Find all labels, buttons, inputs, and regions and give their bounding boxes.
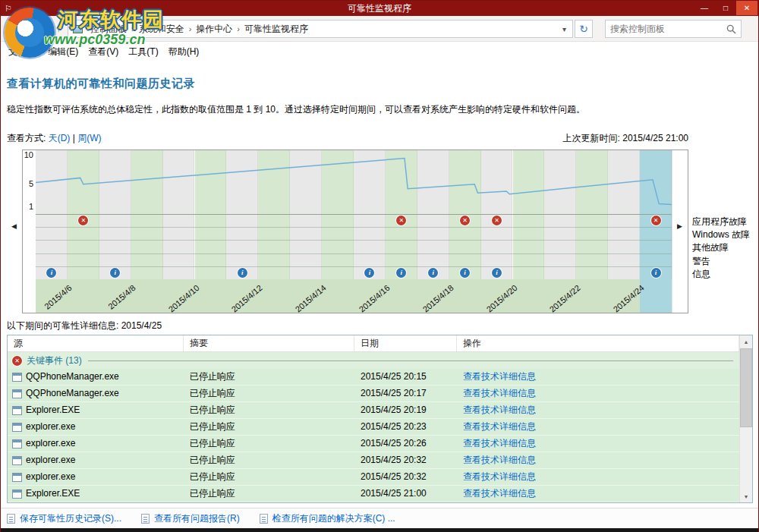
bottom-strip	[1, 528, 758, 532]
chevron-down-icon[interactable]: ▾	[559, 25, 569, 33]
table-row[interactable]: explorer.exe已停止响应2015/4/25 20:23查看技术详细信息	[8, 419, 739, 436]
source-name: QQPhoneManager.exe	[26, 369, 119, 385]
menu-item-file[interactable]: 文件(F)	[7, 44, 39, 60]
menu-item-edit[interactable]: 编辑(E)	[46, 44, 80, 60]
view-mode-label: 查看方式:	[7, 133, 46, 143]
table-row[interactable]: explorer.exe已停止响应2015/4/25 20:32查看技术详细信息	[8, 452, 739, 469]
titlebar: ⚐ 可靠性监视程序 — □ ✕	[1, 1, 758, 16]
details-table: 源摘要日期操作 ✕关键事件 (13)QQPhoneManager.exe已停止响…	[7, 335, 753, 503]
date-cell: 2015/4/25 20:17	[354, 386, 457, 401]
date-tick-label: 2015/4/6	[43, 283, 74, 311]
chart-row-divider	[36, 266, 672, 267]
source-cell: explorer.exe	[8, 419, 184, 435]
column-header-2[interactable]: 日期	[354, 335, 457, 351]
view-technical-details-link[interactable]: 查看技术详细信息	[463, 388, 536, 398]
summary-cell: 已停止响应	[184, 402, 354, 418]
chart-right-gutter	[672, 150, 688, 313]
footer-link-save-history[interactable]: 保存可靠性历史记录(S)...	[7, 512, 121, 525]
vertical-scrollbar[interactable]: ▲ ▼	[739, 335, 752, 502]
chart-row-divider	[36, 227, 672, 228]
error-event-icon[interactable]: ✕	[460, 216, 470, 225]
table-row[interactable]: Explorer.EXE已停止响应2015/4/25 20:19查看技术详细信息	[8, 402, 739, 419]
source-name: explorer.exe	[26, 469, 75, 485]
footer-link-label: 保存可靠性历史记录(S)...	[20, 512, 121, 525]
close-button[interactable]: ✕	[736, 1, 757, 15]
view-technical-details-link[interactable]: 查看技术详细信息	[463, 488, 536, 499]
view-technical-details-link[interactable]: 查看技术详细信息	[463, 471, 536, 482]
source-cell: QQPhoneManager.exe	[8, 369, 184, 385]
column-header-3[interactable]: 操作	[457, 335, 739, 351]
back-button[interactable]: ←	[5, 19, 25, 39]
view-technical-details-link[interactable]: 查看技术详细信息	[463, 405, 536, 415]
chart-scroll-left-button[interactable]: ◀	[11, 222, 17, 230]
menu-item-help[interactable]: 帮助(H)	[167, 44, 201, 60]
column-header-1[interactable]: 摘要	[184, 335, 354, 351]
chart-row-divider	[36, 253, 672, 254]
up-button[interactable]: ↑	[51, 20, 66, 37]
action-cell: 查看技术详细信息	[457, 452, 739, 468]
view-technical-details-link[interactable]: 查看技术详细信息	[463, 421, 536, 432]
table-row[interactable]: QQPhoneManager.exe已停止响应2015/4/25 20:17查看…	[8, 386, 739, 402]
date-tick-label: 2015/4/8	[106, 283, 137, 311]
date-cell: 2015/4/25 20:15	[354, 369, 457, 385]
application-icon	[12, 373, 22, 382]
breadcrumb-item-control-panel[interactable]: 控制面板	[86, 23, 131, 36]
summary-cell: 已停止响应	[184, 419, 354, 435]
info-event-icon[interactable]: i	[460, 268, 470, 278]
document-icon	[141, 514, 150, 524]
breadcrumb: 控制面板›系统和安全›操作中心›可靠性监视程序 ▾	[68, 20, 573, 38]
info-event-icon[interactable]: i	[492, 268, 502, 278]
breadcrumb-item-system-security[interactable]: 系统和安全	[134, 23, 189, 36]
forward-button[interactable]: →	[28, 19, 48, 39]
footer-link-view-problem-reports[interactable]: 查看所有问题报告(R)	[141, 512, 240, 525]
legend-information: 信息	[692, 268, 710, 281]
source-name: explorer.exe	[26, 436, 75, 452]
view-mode-row: 查看方式: 天(D) | 周(W) 上次更新时间: 2015/4/25 21:0…	[7, 132, 688, 145]
legend-misc-failures: 其他故障	[692, 241, 729, 254]
scroll-up-icon[interactable]: ▲	[740, 335, 752, 348]
table-row[interactable]: explorer.exe已停止响应2015/4/25 20:32查看技术详细信息	[8, 469, 739, 486]
table-row[interactable]: explorer.exe已停止响应2015/4/25 20:26查看技术详细信息	[8, 436, 739, 452]
source-cell: QQPhoneManager.exe	[8, 386, 184, 401]
refresh-button[interactable]: ↻	[575, 20, 593, 38]
chart-row-divider	[36, 214, 672, 215]
error-event-icon[interactable]: ✕	[651, 216, 661, 225]
view-by-week-link[interactable]: 周(W)	[77, 133, 101, 143]
view-by-day-link[interactable]: 天(D)	[49, 133, 71, 143]
breadcrumb-items: 控制面板›系统和安全›操作中心›可靠性监视程序	[86, 23, 313, 36]
search-input[interactable]	[606, 24, 726, 34]
view-technical-details-link[interactable]: 查看技术详细信息	[463, 438, 536, 449]
search-icon[interactable]	[726, 24, 736, 34]
info-event-icon[interactable]: i	[238, 268, 247, 278]
y-axis: 1051	[23, 150, 36, 313]
event-group-row[interactable]: ✕关键事件 (13)	[8, 352, 739, 369]
menu-item-tools[interactable]: 工具(T)	[127, 44, 159, 60]
view-mode-separator: |	[73, 133, 75, 143]
menu-item-view[interactable]: 查看(V)	[87, 44, 120, 60]
legend-windows-failures: Windows 故障	[692, 228, 750, 241]
table-row[interactable]: Explorer.EXE已停止响应2015/4/25 21:00查看技术详细信息	[8, 486, 739, 502]
breadcrumb-item-action-center[interactable]: 操作中心	[191, 23, 237, 36]
error-event-icon[interactable]: ✕	[492, 216, 502, 225]
date-tick-label: 2015/4/20	[484, 283, 518, 314]
chart-scroll-right-button[interactable]: ▶	[677, 222, 682, 230]
column-header-0[interactable]: 源	[8, 335, 184, 351]
up-icon: ↑	[56, 24, 61, 34]
info-event-icon[interactable]: i	[651, 268, 661, 278]
table-row[interactable]: QQPhoneManager.exe已停止响应2015/4/25 20:15查看…	[8, 369, 739, 386]
scroll-down-icon[interactable]: ▼	[740, 490, 752, 502]
scrollbar-thumb[interactable]	[740, 348, 752, 427]
view-technical-details-link[interactable]: 查看技术详细信息	[463, 371, 536, 382]
source-name: explorer.exe	[26, 452, 75, 468]
source-cell: Explorer.EXE	[8, 486, 184, 502]
minimize-button[interactable]: —	[694, 1, 715, 15]
footer-link-check-solutions[interactable]: 检查所有问题的解决方案(C) ...	[260, 512, 395, 525]
event-group-label: 关键事件 (13)	[27, 354, 82, 367]
breadcrumb-item-reliability-monitor[interactable]: 可靠性监视程序	[240, 23, 313, 36]
date-cell: 2015/4/25 20:23	[354, 419, 457, 435]
view-technical-details-link[interactable]: 查看技术详细信息	[463, 455, 536, 465]
maximize-button[interactable]: □	[715, 1, 736, 15]
window-controls: — □ ✕	[694, 1, 757, 15]
document-icon	[260, 514, 268, 524]
date-tick-label: 2015/4/16	[357, 283, 391, 314]
